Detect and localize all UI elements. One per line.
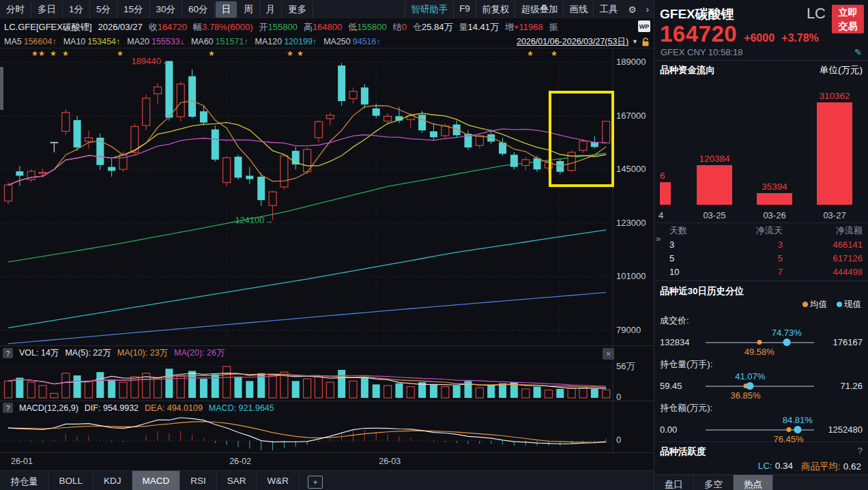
tool-前复权[interactable]: 前复权 [476,1,515,18]
flow-bar-category: 03-27 [823,210,845,220]
period-tab-月[interactable]: 月 [260,1,283,18]
mean-pct-label: 76.45% [774,434,804,444]
ma-value: 151571↑ [216,37,248,46]
x-axis: 26-0126-0226-03 [0,452,654,470]
activity-item: 商品平均:0.62 [801,461,861,473]
trade-now-button[interactable]: 立即交易 [832,5,864,33]
current-dot[interactable] [747,382,754,390]
close-icon[interactable]: × [603,348,614,360]
ma-value: 153454↑ [87,37,120,46]
flow-bar [757,193,792,205]
svg-text:145000: 145000 [616,164,646,174]
slider-track[interactable]: 41.07%36.85% [706,386,814,387]
flow-table-cell: 444498 [783,267,868,277]
unlock-icon[interactable] [641,38,650,46]
current-dot[interactable] [783,338,790,346]
flow-table-row[interactable]: 55617126 [654,251,868,265]
current-pct-label: 74.73% [772,328,802,338]
legend-均值: 均值 [802,299,827,311]
price-change: +6000 [744,32,775,44]
period-tab-周[interactable]: 周 [237,1,260,18]
activity-help-icon[interactable]: ? [857,446,863,458]
flow-table-cell: 5 [717,253,783,263]
add-indicator-button[interactable]: + [308,476,323,489]
gear-icon[interactable]: ⚙ [623,3,641,16]
ma-item-MA250: MA25094516↑ [323,37,381,46]
indicator-tab-MACD[interactable]: MACD [132,471,181,490]
date-range-link[interactable]: 2026/01/06-2026/03/27(53日) [517,36,628,48]
flow-table-row[interactable]: 107444498 [654,265,868,278]
flow-bar-category: 4 [659,210,663,220]
indicator-tabs: 持仓量BOLLKDJMACDRSISARW&R [0,471,300,490]
help-icon[interactable]: ? [3,403,13,413]
period-tab-分时[interactable]: 分时 [0,1,31,18]
slider-track[interactable]: 74.73%49.58% [706,342,814,343]
tool-超级叠加[interactable]: 超级叠加 [515,1,563,18]
quote-field: 收164720 [149,21,187,33]
svg-text:★: ★ [551,49,558,57]
fund-flow-bar-chart[interactable]: 6412038403-253539403-2631036203-27 [654,78,868,222]
tool-工具[interactable]: 工具 [593,1,623,18]
caret-down-icon[interactable]: ▼ [632,38,638,45]
indicator-tab-W&R[interactable]: W&R [257,471,300,490]
price-change-pct: +3.78% [781,32,819,44]
period-tab-15分[interactable]: 15分 [117,1,150,18]
flow-table-cell: 466141 [783,240,868,250]
ma-label: MA250 [323,37,351,46]
indicator-tab-KDJ[interactable]: KDJ [93,471,132,490]
toolbar-tools: 智研助手F9前复权超级叠加画线工具 ⚙ › [405,1,654,18]
main-candlestick-chart[interactable]: 18900016700014500012300010100079000★★★★★… [0,48,654,345]
x-axis-label: 26-01 [11,457,33,466]
svg-text:→: → [162,57,170,66]
edit-pencil-icon[interactable]: ✎ [854,47,862,57]
macd-pane[interactable]: ? MACD(12,26,9)DIF: 954.9932DEA: 494.010… [0,401,654,452]
period-toolbar: 分时多日1分5分15分30分60分日周月更多 智研助手F9前复权超级叠加画线工具… [0,0,654,18]
flow-table-cell: 7 [717,267,783,277]
period-tab-30分[interactable]: 30分 [150,1,183,18]
flow-table-cell: 3 [654,240,717,250]
slider-row: 0.0084.81%76.45%1252480 [660,424,863,435]
period-tab-日[interactable]: 日 [216,1,237,18]
svg-text:124100: 124100 [235,215,264,225]
svg-text:167000: 167000 [616,111,646,121]
left-scrollbar-thumb[interactable] [0,67,3,110]
current-dot[interactable] [794,426,801,433]
period-tab-60分[interactable]: 60分 [182,1,215,18]
period-tab-多日[interactable]: 多日 [31,1,63,18]
candlestick-svg: 18900016700014500012300010100079000★★★★★… [0,48,654,345]
tool-画线[interactable]: 画线 [563,1,593,18]
period-tab-更多[interactable]: 更多 [282,1,313,18]
indicator-tab-BOLL[interactable]: BOLL [49,471,94,490]
period-tab-5分[interactable]: 5分 [90,1,117,18]
indicator-tab-RSI[interactable]: RSI [180,471,217,490]
pane-label: DEA: 494.0109 [145,403,203,413]
volume-pane[interactable]: ? VOL: 14万MA(5): 22万MA(10): 23万MA(20): 2… [0,345,654,401]
indicator-tabbar: 持仓量BOLLKDJMACDRSISARW&R + [0,470,654,490]
period-tab-1分[interactable]: 1分 [63,1,90,18]
period-tabs: 分时多日1分5分15分30分60分日周月更多 [0,1,313,18]
quote-bar: LC.GFE[GFEX碳酸锂] 2026/03/27 收164720幅3.78%… [0,18,654,35]
wp-badge-icon[interactable]: WP [638,20,650,32]
flow-bar-value: 6 [660,171,665,181]
flow-table-cell: 5 [654,253,717,263]
svg-text:★: ★ [38,49,45,57]
tool-智研助手[interactable]: 智研助手 [405,1,453,18]
panel-tab-多空[interactable]: 多空 [694,475,734,490]
svg-text:★: ★ [50,49,57,57]
quote-field-value: 155800 [357,22,386,32]
tool-F9[interactable]: F9 [453,1,476,18]
collapse-panel-icon[interactable]: » [656,233,661,244]
panel-tab-热点[interactable]: 热点 [734,475,773,490]
indicator-tab-持仓量[interactable]: 持仓量 [0,471,49,490]
indicator-tab-SAR[interactable]: SAR [217,471,257,490]
activity-item: LC:0.34 [758,461,793,473]
help-icon[interactable]: ? [3,348,13,358]
panel-tab-盘口[interactable]: 盘口 [654,475,694,490]
chevron-right-icon[interactable]: › [641,3,654,16]
flow-bar-category: 03-25 [703,210,725,220]
svg-text:189000: 189000 [616,57,646,67]
slider-track[interactable]: 84.81%76.45% [706,429,814,431]
slider-max-value: 71.26 [820,381,863,391]
flow-table-row[interactable]: 33466141 [654,237,868,251]
fund-flow-title: 品种资金流向 [660,64,715,76]
